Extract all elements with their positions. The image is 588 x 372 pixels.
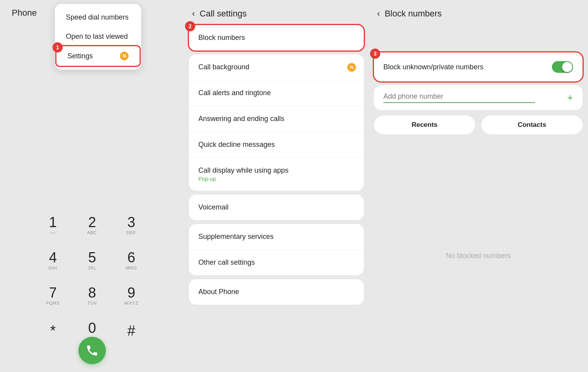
voicemail-row[interactable]: Voicemail [189, 195, 364, 220]
dial-key-9[interactable]: 9 WXYZ [112, 278, 151, 313]
recents-tab[interactable]: Recents [374, 116, 475, 134]
call-button[interactable] [78, 337, 106, 364]
dial-key-2[interactable]: 2 ABC [73, 208, 112, 243]
block-numbers-row[interactable]: 2 Block numbers [189, 25, 364, 51]
phone-icon [85, 344, 99, 357]
toggle-knob [562, 62, 572, 72]
right-panel: ‹ Block numbers 3 Block unknown/private … [368, 0, 588, 372]
tabs-row: Recents Contacts [374, 114, 583, 136]
block-numbers-label: Block numbers [198, 34, 245, 42]
app-title: Phone [12, 8, 37, 18]
call-button-wrap [78, 337, 106, 364]
step-badge-3: 3 [370, 49, 380, 59]
n-badge-call-bg: N [347, 63, 356, 72]
block-unknown-row: Block unknown/private numbers [374, 52, 583, 81]
call-display-row[interactable]: Call display while using apps Pop-up [189, 158, 364, 191]
contacts-tab[interactable]: Contacts [481, 116, 583, 134]
call-settings-card-1: Call background N Call alerts and ringto… [189, 54, 364, 191]
dropdown-item-settings[interactable]: 1 Settings N [56, 46, 140, 66]
block-unknown-label: Block unknown/private numbers [383, 63, 483, 71]
no-blocked-label: No blocked numbers [374, 140, 583, 372]
dial-key-3[interactable]: 3 DEF [112, 208, 151, 243]
middle-panel: ‹ Call settings 2 Block numbers Call bac… [184, 0, 368, 372]
add-phone-plus-button[interactable]: + [567, 92, 573, 104]
add-phone-section: + [374, 85, 583, 110]
dial-key-8[interactable]: 8 TUV [73, 278, 112, 313]
block-unknown-toggle[interactable] [552, 61, 573, 73]
dial-key-5[interactable]: 5 JKL [73, 243, 112, 278]
dropdown-menu: Speed dial numbers Open to last viewed 1… [55, 4, 141, 70]
middle-title: Call settings [200, 9, 247, 19]
dial-key-star[interactable]: * [33, 313, 73, 349]
dialpad: 1 ○○ 2 ABC 3 DEF 4 GHI 5 JKL 6 MNO 7 PQR… [33, 208, 151, 349]
back-button-middle[interactable]: ‹ [192, 9, 195, 19]
voicemail-card: Voicemail [189, 195, 364, 220]
about-phone-row[interactable]: About Phone [189, 279, 364, 305]
dropdown-item-open-last[interactable]: Open to last viewed [55, 27, 141, 46]
block-unknown-card: 3 Block unknown/private numbers [374, 52, 583, 81]
quick-decline-row[interactable]: Quick decline messages [189, 132, 364, 158]
dial-key-7[interactable]: 7 PQRS [33, 278, 73, 313]
supplementary-row[interactable]: Supplementary services [189, 224, 364, 250]
n-badge-settings: N [120, 52, 129, 60]
about-phone-card: About Phone [189, 279, 364, 305]
add-phone-input[interactable] [383, 92, 535, 103]
dial-key-1[interactable]: 1 ○○ [33, 208, 73, 243]
dropdown-item-speed-dial[interactable]: Speed dial numbers [55, 8, 141, 27]
right-title: Block numbers [385, 9, 442, 19]
step-badge-2: 2 [185, 21, 195, 31]
dial-key-6[interactable]: 6 MNO [112, 243, 151, 278]
call-alerts-row[interactable]: Call alerts and ringtone [189, 80, 364, 106]
call-background-row[interactable]: Call background N [189, 54, 364, 80]
dial-key-4[interactable]: 4 GHI [33, 243, 73, 278]
answering-ending-row[interactable]: Answering and ending calls [189, 106, 364, 132]
middle-header: ‹ Call settings [189, 0, 364, 25]
dial-key-hash[interactable]: # [112, 313, 151, 349]
back-button-right[interactable]: ‹ [377, 9, 380, 19]
supplementary-card: Supplementary services Other call settin… [189, 224, 364, 275]
left-panel: Phone Speed dial numbers Open to last vi… [0, 0, 184, 372]
other-call-settings-row[interactable]: Other call settings [189, 250, 364, 275]
step-badge-1: 1 [53, 42, 63, 52]
right-header: ‹ Block numbers [374, 0, 583, 25]
